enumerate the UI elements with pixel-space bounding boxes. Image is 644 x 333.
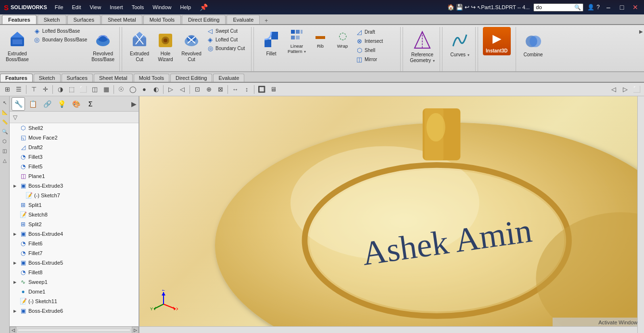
vt-icon-5[interactable]: ◑ <box>55 84 65 95</box>
vt-icon-19[interactable]: ↔ <box>230 84 240 95</box>
vt-icon-17[interactable]: ⊕ <box>203 84 214 95</box>
vt-icon-4[interactable]: ✛ <box>40 84 51 95</box>
ribbon-expand[interactable]: ▶ <box>639 27 643 71</box>
vt-icon-13[interactable]: ◐ <box>151 84 161 95</box>
tab-surfaces[interactable]: Surfaces <box>67 15 101 24</box>
user-icon[interactable]: 👤 <box>587 4 594 11</box>
home-icon[interactable]: 🏠 <box>447 4 455 11</box>
help-icon[interactable]: ? <box>596 4 600 11</box>
vt-icon-8[interactable]: ◫ <box>89 84 100 95</box>
main-tab-sketch[interactable]: Sketch <box>34 74 61 82</box>
tab-features[interactable]: Features <box>2 15 37 24</box>
boundary-boss-base-button[interactable]: ◎ Boundary Boss/Base <box>32 36 88 44</box>
main-tab-evaluate[interactable]: Evaluate <box>213 74 244 82</box>
maximize-button[interactable]: □ <box>617 3 627 11</box>
extruded-boss-base-button[interactable]: ExtrudedBoss/Base <box>4 27 31 64</box>
menu-edit[interactable]: Edit <box>68 3 85 11</box>
panel-tab-scene[interactable]: 🎨 <box>69 97 83 111</box>
tree-item-boss-extrude4[interactable]: ▶ ▣ Boss-Extrude4 <box>10 229 139 239</box>
vt-icon-15[interactable]: ◁ <box>177 84 188 95</box>
tree-item-sketch7[interactable]: 📝 (-) Sketch7 <box>10 191 139 200</box>
tab-evaluate[interactable]: Evaluate <box>227 15 260 24</box>
undo-icon[interactable]: ↩ <box>465 4 469 11</box>
tree-item-split1[interactable]: ⊞ Split1 <box>10 200 139 210</box>
revolved-boss-base-button[interactable]: RevolvedBoss/Base <box>89 27 116 64</box>
vt-icon-11[interactable]: ◯ <box>127 84 138 95</box>
menu-file[interactable]: File <box>51 3 67 11</box>
main-tab-direct-editing[interactable]: Direct Editing <box>170 74 212 82</box>
menu-insert[interactable]: Insert <box>106 3 127 11</box>
menu-window[interactable]: Window <box>149 3 175 11</box>
scroll-left-btn[interactable]: ◁ <box>10 327 16 333</box>
search-input[interactable] <box>536 4 574 10</box>
panel-expand-icon[interactable]: ▶ <box>131 100 137 108</box>
menu-tools[interactable]: Tools <box>128 3 148 11</box>
tree-item-fillet5[interactable]: ◔ Fillet5 <box>10 162 139 171</box>
tree-item-sketch11[interactable]: 📝 (-) Sketch11 <box>10 296 139 306</box>
side-icon-6[interactable]: ◫ <box>0 146 9 155</box>
tree-item-boss-extrude3[interactable]: ▶ ▣ Boss-Extrude3 <box>10 181 139 191</box>
panel-tab-display[interactable]: 💡 <box>55 97 68 111</box>
tab-sketch[interactable]: Sketch <box>38 15 66 24</box>
main-tab-mold-tools[interactable]: Mold Tools <box>134 74 169 82</box>
tree-item-fillet6[interactable]: ◔ Fillet6 <box>10 239 139 248</box>
tree-item-move-face2[interactable]: ◱ Move Face2 <box>10 133 139 142</box>
tree-item-sweep1[interactable]: ▶ ∿ Sweep1 <box>10 277 139 287</box>
rib-button[interactable]: ▬ Rib <box>310 27 331 50</box>
tree-item-shell2[interactable]: ⬡ Shell2 <box>10 123 139 133</box>
boundary-cut-button[interactable]: ◎ Boundary Cut <box>205 44 248 52</box>
vt-icon-14[interactable]: ▷ <box>165 84 176 95</box>
minimize-button[interactable]: – <box>604 3 613 11</box>
side-icon-5[interactable]: ⬡ <box>0 137 9 145</box>
reference-geometry-button[interactable]: ReferenceGeometry ▾ <box>408 27 437 65</box>
vt-icon-10[interactable]: ☉ <box>116 84 126 95</box>
main-tab-features[interactable]: Features <box>0 74 33 82</box>
vt-icon-16[interactable]: ⊡ <box>192 84 202 95</box>
search-icon[interactable]: 🔍 <box>574 4 581 11</box>
menu-help[interactable]: Help <box>176 3 195 11</box>
tree-item-fillet3[interactable]: ◔ Fillet3 <box>10 152 139 162</box>
vt-collapse-left[interactable]: ◁ <box>608 84 619 95</box>
vt-icon-21[interactable]: 🔲 <box>256 84 267 95</box>
panel-tab-config[interactable]: 🔗 <box>40 97 54 111</box>
side-icon-4[interactable]: 🔍 <box>0 127 9 136</box>
redo-icon[interactable]: ↪ <box>471 4 476 11</box>
panel-tab-property[interactable]: 📋 <box>26 97 39 111</box>
menu-view[interactable]: View <box>86 3 105 11</box>
swept-cut-button[interactable]: ◁ Swept Cut <box>205 27 248 35</box>
draft-button[interactable]: ◿ Draft <box>354 28 397 36</box>
instant3d-button[interactable]: ▶ Instant3D <box>483 27 511 55</box>
linear-pattern-button[interactable]: LinearPattern ▾ <box>285 27 309 55</box>
side-icon-7[interactable]: △ <box>0 156 9 165</box>
viewport-scrollbar-v[interactable] <box>637 96 644 333</box>
shell-button[interactable]: ⬡ Shell <box>354 46 397 54</box>
side-icon-1[interactable]: ↖ <box>0 98 9 107</box>
viewport-scrollbar-h[interactable] <box>139 326 637 333</box>
curves-button[interactable]: Curves ▾ <box>447 27 472 60</box>
tree-item-fillet8[interactable]: ◔ Fillet8 <box>10 268 139 277</box>
panel-tab-equations[interactable]: Σ <box>84 97 97 111</box>
side-icon-3[interactable]: 📏 <box>0 117 9 126</box>
vt-expand[interactable]: ⬜ <box>631 84 642 95</box>
tree-item-dome1[interactable]: ● Dome1 <box>10 287 139 296</box>
intersect-button[interactable]: ⊗ Intersect <box>354 37 397 45</box>
viewport[interactable]: Ashek Amin X Y Z Activate <box>139 96 644 333</box>
vt-icon-7[interactable]: ⬜ <box>78 84 88 95</box>
pin-icon[interactable]: 📌 <box>200 3 208 11</box>
tree-item-draft2[interactable]: ◿ Draft2 <box>10 142 139 152</box>
extruded-cut-button[interactable]: ExtrudedCut <box>127 27 152 64</box>
tab-direct-editing[interactable]: Direct Editing <box>182 15 226 24</box>
vt-icon-2[interactable]: ☰ <box>13 84 24 95</box>
lofted-cut-button[interactable]: ◈ Lofted Cut <box>205 36 248 44</box>
tree-item-sketch8[interactable]: 📝 Sketch8 <box>10 210 139 219</box>
vt-icon-1[interactable]: ⊞ <box>2 84 13 95</box>
vt-icon-6[interactable]: ⬚ <box>66 84 77 95</box>
side-icon-2[interactable]: 📐 <box>0 108 9 116</box>
select-icon[interactable]: ↖ <box>477 5 481 10</box>
close-button[interactable]: ✕ <box>631 3 640 11</box>
lofted-boss-base-button[interactable]: ◈ Lofted Boss/Base <box>32 27 88 35</box>
tree-item-boss-extrude6[interactable]: ▶ ▣ Boss-Extrude6 <box>10 306 139 316</box>
tab-sheet-metal[interactable]: Sheet Metal <box>101 15 142 24</box>
tree-item-split2[interactable]: ⊞ Split2 <box>10 219 139 229</box>
combine-button[interactable]: Combine <box>521 27 546 60</box>
